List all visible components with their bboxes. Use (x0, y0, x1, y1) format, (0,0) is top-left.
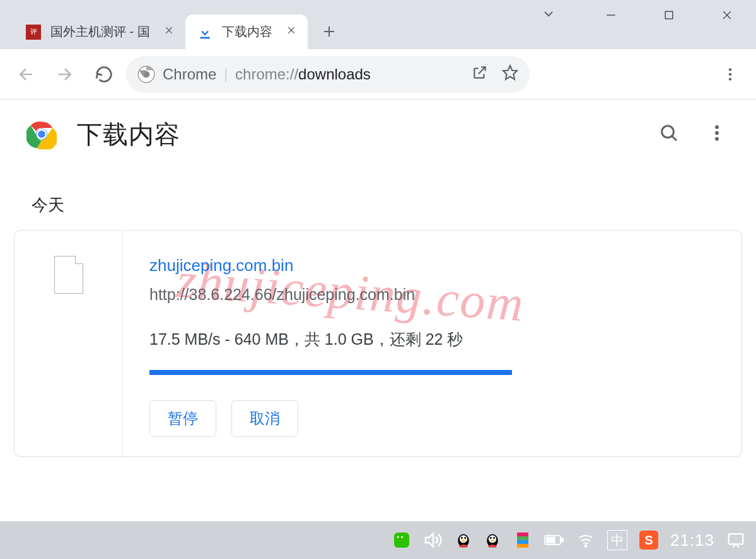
svg-point-36 (493, 537, 495, 539)
close-window-button[interactable] (698, 0, 756, 30)
new-tab-button[interactable] (315, 18, 343, 45)
bookmark-star-icon[interactable] (502, 64, 518, 84)
download-progress-bar (149, 370, 716, 375)
wechat-tray-icon[interactable] (392, 530, 412, 550)
minimize-button[interactable] (582, 0, 640, 30)
svg-point-16 (729, 68, 731, 71)
share-icon[interactable] (472, 64, 488, 84)
pause-button[interactable]: 暂停 (149, 400, 216, 437)
search-icon[interactable] (659, 123, 679, 146)
svg-point-17 (729, 72, 731, 75)
download-source-url: http://38.6.224.66/zhujiceping.com.bin (149, 285, 716, 304)
svg-point-31 (464, 537, 466, 539)
tab-overflow-icon[interactable] (541, 6, 556, 24)
chrome-logo-icon (26, 119, 57, 149)
svg-point-37 (491, 540, 494, 542)
back-button[interactable] (9, 57, 43, 91)
page-title: 下载内容 (77, 117, 180, 152)
page-menu-icon[interactable] (707, 123, 727, 146)
volume-icon[interactable] (423, 530, 443, 550)
ime-indicator[interactable]: 中 (607, 530, 627, 550)
svg-point-30 (461, 537, 463, 539)
svg-rect-42 (729, 534, 743, 544)
window-controls (582, 0, 756, 30)
downloads-page: zhujiceping.com 下载内容 今天 zhujiceping.com.… (0, 100, 756, 521)
omnibox-url-scheme: chrome:// (235, 66, 298, 83)
windows-taskbar: 中 S 21:13 (0, 521, 756, 559)
svg-rect-6 (200, 37, 209, 38)
wifi-icon[interactable] (576, 530, 596, 550)
tab-strip: 评 国外主机测评 - 国 下载内容 (0, 11, 343, 49)
close-tab-icon[interactable] (286, 25, 296, 38)
svg-point-32 (462, 540, 465, 542)
browser-toolbar: Chrome | chrome://downloads (0, 49, 756, 100)
file-icon (54, 256, 83, 294)
svg-point-29 (460, 535, 467, 543)
qq-tray-icon[interactable] (455, 531, 472, 550)
favicon-icon: 评 (25, 24, 42, 40)
chrome-security-icon (137, 66, 155, 83)
svg-rect-39 (561, 538, 564, 541)
section-today-label: 今天 (0, 169, 756, 230)
download-status: 17.5 MB/s - 640 MB，共 1.0 GB，还剩 22 秒 (149, 329, 716, 350)
svg-point-18 (729, 78, 731, 80)
maximize-button[interactable] (640, 0, 698, 30)
battery-icon[interactable] (544, 530, 564, 550)
download-filename[interactable]: zhujiceping.com.bin (149, 256, 716, 275)
download-item: zhujiceping.com.bin http://38.6.224.66/z… (14, 230, 742, 457)
qq-tray-icon-2[interactable] (484, 531, 501, 550)
sogou-ime-icon[interactable]: S (639, 530, 659, 550)
svg-point-41 (585, 545, 587, 547)
tab-inactive[interactable]: 评 国外主机测评 - 国 (14, 14, 185, 49)
browser-menu-button[interactable] (713, 57, 747, 91)
svg-marker-27 (426, 533, 433, 546)
tab-active[interactable]: 下载内容 (185, 14, 308, 49)
svg-point-34 (489, 535, 496, 543)
omnibox-separator: | (224, 66, 228, 83)
svg-point-21 (37, 130, 46, 139)
svg-rect-40 (546, 538, 554, 543)
download-progress-fill (149, 370, 512, 375)
download-arrow-icon (197, 24, 213, 40)
svg-point-25 (715, 131, 719, 135)
svg-point-35 (490, 537, 492, 539)
address-bar[interactable]: Chrome | chrome://downloads (126, 56, 530, 93)
download-icon-column (15, 231, 123, 456)
color-tray-icon[interactable] (513, 530, 533, 550)
svg-point-22 (662, 126, 674, 138)
omnibox-app-label: Chrome (163, 66, 216, 83)
svg-line-23 (672, 136, 677, 141)
downloads-header: 下载内容 (0, 100, 756, 169)
cancel-button[interactable]: 取消 (231, 400, 298, 437)
svg-marker-15 (503, 66, 517, 79)
taskbar-clock[interactable]: 21:13 (670, 531, 714, 550)
omnibox-url-path: downloads (298, 66, 371, 83)
tab-title: 国外主机测评 - 国 (50, 23, 150, 40)
window-titlebar: 评 国外主机测评 - 国 下载内容 (0, 0, 756, 49)
reload-button[interactable] (87, 57, 121, 91)
tab-title: 下载内容 (222, 23, 272, 40)
notifications-icon[interactable] (726, 530, 746, 550)
forward-button[interactable] (48, 57, 82, 91)
svg-point-24 (715, 125, 719, 129)
svg-rect-1 (665, 11, 673, 19)
svg-point-26 (715, 137, 719, 141)
close-tab-icon[interactable] (164, 25, 174, 38)
